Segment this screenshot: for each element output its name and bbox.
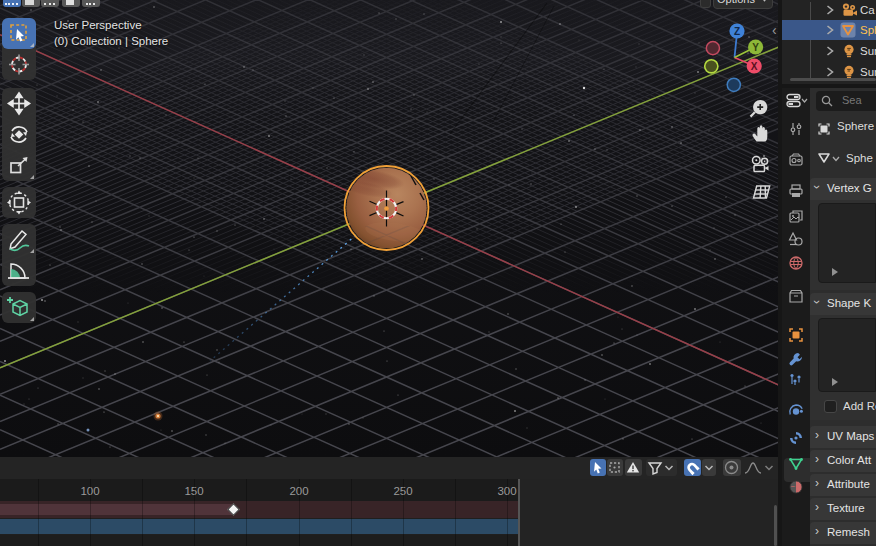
svg-text:Y: Y bbox=[752, 42, 759, 53]
svg-text:X: X bbox=[751, 61, 758, 72]
svg-text:Z: Z bbox=[734, 26, 740, 37]
